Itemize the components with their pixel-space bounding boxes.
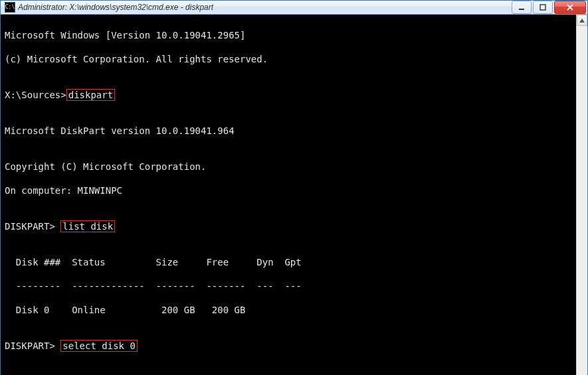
table-row: Disk 0 Online 200 GB 200 GB — [5, 304, 572, 316]
minimize-button[interactable] — [512, 1, 532, 14]
output-line: Copyright (C) Microsoft Corporation. — [5, 161, 572, 173]
vertical-scrollbar[interactable] — [576, 15, 587, 375]
maximize-button[interactable] — [533, 1, 553, 14]
titlebar[interactable]: C:\ Administrator: X:\windows\system32\c… — [1, 1, 587, 15]
prompt-line: DISKPART> list disk — [5, 220, 572, 232]
table-header: Disk ### Status Size Free Dyn Gpt — [5, 256, 572, 268]
minimize-icon — [518, 4, 525, 11]
prompt-text: X:\Sources> — [5, 90, 66, 100]
svg-marker-4 — [579, 19, 585, 23]
highlighted-command: list disk — [60, 220, 115, 232]
window-title: Administrator: X:\windows\system32\cmd.e… — [18, 3, 512, 12]
table-separator: -------- ------------- ------- ------- -… — [5, 280, 572, 292]
scrollbar-track[interactable] — [577, 26, 587, 375]
prompt-text: DISKPART> — [5, 221, 60, 232]
output-line: Microsoft Windows [Version 10.0.19041.29… — [5, 29, 572, 41]
output-line: On computer: MINWINPC — [5, 185, 572, 196]
svg-rect-1 — [540, 5, 545, 10]
output-line: (c) Microsoft Corporation. All rights re… — [5, 53, 572, 65]
output-line: Microsoft DiskPart version 10.0.19041.96… — [5, 125, 572, 137]
scroll-up-button[interactable] — [577, 15, 587, 26]
svg-rect-0 — [519, 9, 524, 10]
prompt-line: X:\Sources>diskpart — [5, 89, 572, 101]
prompt-text: DISKPART> — [5, 340, 60, 351]
window-controls — [512, 1, 586, 14]
close-icon — [566, 4, 574, 11]
terminal-area: Microsoft Windows [Version 10.0.19041.29… — [1, 15, 587, 375]
prompt-line: DISKPART> select disk 0 — [5, 340, 572, 352]
app-icon: C:\ — [5, 2, 15, 13]
close-button[interactable] — [554, 1, 586, 14]
highlighted-command: select disk 0 — [60, 340, 138, 352]
terminal-output[interactable]: Microsoft Windows [Version 10.0.19041.29… — [1, 15, 576, 375]
chevron-up-icon — [579, 19, 585, 23]
highlighted-command: diskpart — [66, 89, 115, 101]
maximize-icon — [539, 4, 546, 11]
cmd-window: C:\ Administrator: X:\windows\system32\c… — [0, 0, 588, 375]
